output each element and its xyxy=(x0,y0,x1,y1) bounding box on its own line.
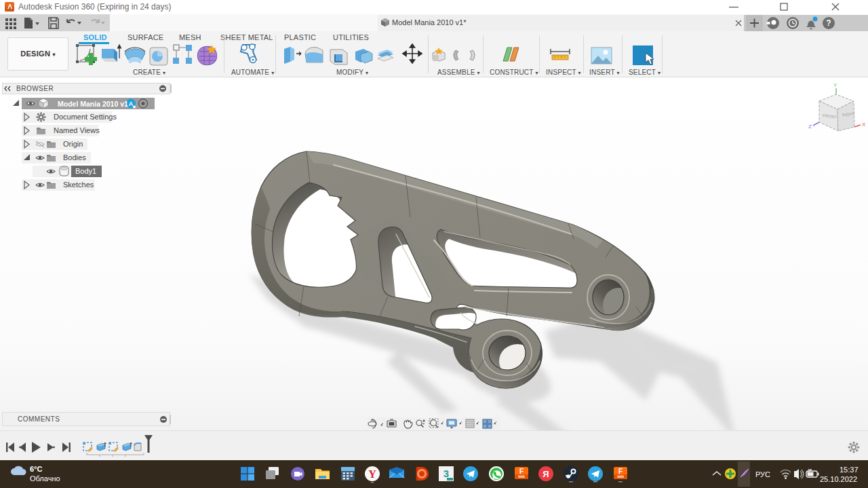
svg-text:РУС: РУС xyxy=(755,470,770,478)
svg-text:A: A xyxy=(129,100,134,107)
svg-text:F: F xyxy=(519,468,524,475)
svg-text:Облачно: Облачно xyxy=(30,474,60,483)
svg-text:Z: Z xyxy=(808,124,812,130)
svg-text:X: X xyxy=(862,121,866,128)
svg-text:?: ? xyxy=(826,18,831,28)
svg-text:Я: Я xyxy=(542,469,549,479)
svg-text:3: 3 xyxy=(443,468,449,479)
svg-text:Y: Y xyxy=(833,82,837,88)
svg-text:6°C: 6°C xyxy=(30,465,43,473)
svg-text:Y: Y xyxy=(368,468,376,480)
